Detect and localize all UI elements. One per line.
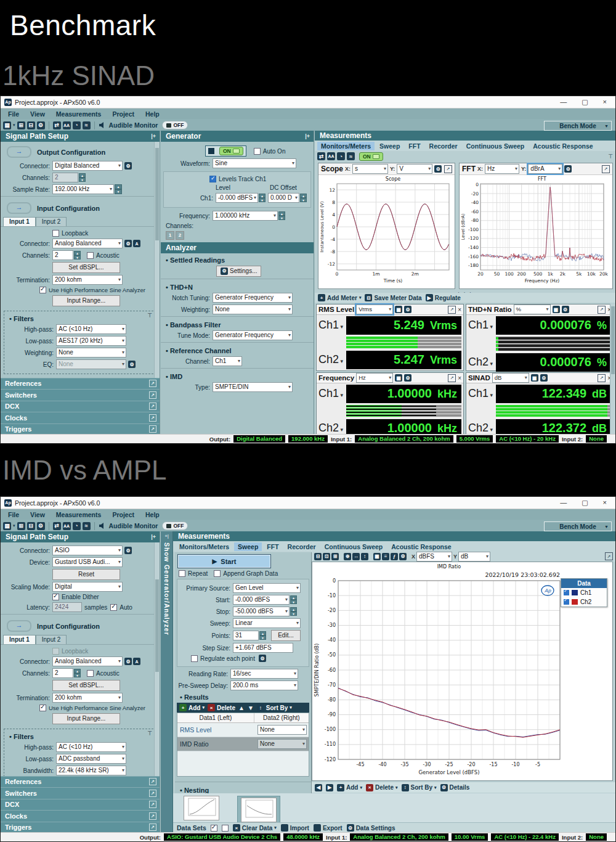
- monitor-icon[interactable]: ◔: [73, 121, 81, 129]
- output-channels-spinner[interactable]: ▲▼: [79, 173, 86, 182]
- sweep-stop-select[interactable]: -50.000 dBFS: [233, 607, 290, 616]
- scope-popout-icon[interactable]: ↗: [444, 165, 452, 173]
- highpass-select[interactable]: AC (<10 Hz): [56, 324, 126, 334]
- save-meter-data-button[interactable]: ⊟Save Meter Data: [365, 294, 421, 301]
- first-point-icon[interactable]: ◀: [315, 784, 322, 791]
- sort-by-button[interactable]: ↕Sort By▾: [257, 704, 292, 711]
- input-range-button[interactable]: Input Range...: [52, 295, 120, 306]
- results-add-button[interactable]: +Add▾: [179, 704, 205, 711]
- section-references[interactable]: References↗: [1, 378, 160, 390]
- thdn-weighting-select[interactable]: None: [213, 305, 293, 314]
- add-meter-button[interactable]: +Add Meter▾: [318, 294, 361, 301]
- tune-mode-select[interactable]: Generator Frequency: [213, 330, 293, 340]
- menu-help[interactable]: Help: [145, 110, 160, 118]
- signal-path-icon[interactable]: ⇄: [53, 522, 61, 530]
- graph-y-unit-select[interactable]: dB: [458, 552, 490, 562]
- export-button[interactable]: Export: [314, 824, 342, 832]
- menu-project[interactable]: Project: [112, 110, 134, 118]
- tab-input2[interactable]: Input 2: [36, 217, 67, 226]
- edit-points-button[interactable]: Edit...: [271, 630, 301, 641]
- pin-icon[interactable]: ⊤: [608, 153, 613, 160]
- result-row-rms-level[interactable]: RMS LevelNone: [177, 723, 309, 737]
- tab-acoustic-response[interactable]: Acoustic Response: [529, 142, 596, 150]
- input-range-button[interactable]: Input Range...: [52, 713, 120, 724]
- lowpass-select[interactable]: AES17 (20 kHz): [56, 336, 126, 346]
- menu-help[interactable]: Help: [145, 511, 160, 518]
- input-channels-spinner[interactable]: ▲▼: [74, 251, 81, 260]
- termination-select[interactable]: 200 kohm: [52, 693, 123, 703]
- meter-close-icon[interactable]: ×: [458, 375, 461, 382]
- sweep-start-spinner[interactable]: ▲▼: [290, 595, 297, 604]
- tab-acoustic-response[interactable]: Acoustic Response: [387, 542, 455, 551]
- sweep-icon[interactable]: ≈: [83, 121, 91, 129]
- save-icon[interactable]: ⊟: [27, 121, 35, 129]
- weighting-select[interactable]: None: [56, 348, 126, 358]
- highpass-select[interactable]: AC (<10 Hz): [56, 742, 126, 752]
- gen-ch1-button[interactable]: 1: [166, 231, 174, 240]
- settings-icon[interactable]: ⚙: [37, 121, 45, 129]
- menu-view[interactable]: View: [30, 511, 45, 518]
- ch2-label[interactable]: Ch2: [318, 353, 346, 366]
- auto-on-checkbox[interactable]: [254, 148, 261, 155]
- minimize-button[interactable]: —: [560, 497, 567, 509]
- append-graph-checkbox[interactable]: [214, 570, 221, 577]
- meter-style-icon[interactable]: ▦: [395, 306, 402, 313]
- waveform-select[interactable]: Sine: [213, 158, 296, 168]
- eq-select[interactable]: None: [56, 359, 126, 369]
- tab-recorder[interactable]: Recorder: [284, 542, 320, 551]
- input-channels-input[interactable]: 2: [52, 250, 73, 260]
- meters-icon[interactable]: AA: [327, 152, 335, 160]
- monitor-icon[interactable]: ◔: [337, 152, 345, 160]
- latency-input[interactable]: 2424: [52, 602, 82, 612]
- gen-ch2-button[interactable]: 2: [176, 231, 184, 240]
- thdn-unit-select[interactable]: %: [514, 305, 551, 314]
- presweep-delay-select[interactable]: 200.0 ms: [230, 681, 298, 690]
- fft-popout-icon[interactable]: ↗: [602, 165, 610, 173]
- meter-settings-icon[interactable]: ⚙: [562, 306, 569, 313]
- tab-input2[interactable]: Input 2: [36, 635, 67, 644]
- open-icon[interactable]: ⊞: [17, 121, 25, 129]
- device-select[interactable]: Gustard USB Audi...: [52, 557, 123, 567]
- dataset1-checkbox[interactable]: [211, 825, 217, 832]
- reading-rate-select[interactable]: 16/sec: [230, 669, 298, 679]
- save-icon[interactable]: ⊟: [27, 522, 35, 530]
- meter-style-icon[interactable]: ▦: [531, 374, 538, 382]
- input-gain-icon[interactable]: A: [133, 240, 140, 247]
- meter-close-icon[interactable]: ×: [458, 306, 461, 313]
- termination-select[interactable]: 200 kohm: [52, 275, 123, 285]
- imd-type-select[interactable]: SMPTE/DIN: [213, 382, 293, 392]
- delete-result-button[interactable]: ×Delete▾: [366, 784, 398, 791]
- imd-data2-select[interactable]: None: [257, 739, 307, 749]
- zoom-icon[interactable]: ⊕: [344, 553, 351, 560]
- meter-settings-icon[interactable]: ⚙: [404, 306, 411, 313]
- frequency-spinner[interactable]: ▲▼: [278, 211, 285, 220]
- ch1-label[interactable]: Ch1: [318, 319, 346, 332]
- maximize-button[interactable]: ▢: [582, 96, 588, 108]
- step-size-input[interactable]: +1.667 dBFS: [233, 643, 293, 653]
- set-dbspl-button[interactable]: Set dBSPL...: [52, 680, 120, 691]
- titlebar[interactable]: Ap Project.approjx - APx500 v6.0 — ▢ ×: [1, 497, 615, 509]
- lowpass-select[interactable]: ADC passband: [56, 754, 126, 764]
- meter-popout-icon[interactable]: ↗: [448, 374, 456, 382]
- meters-icon[interactable]: AA: [63, 121, 71, 129]
- dc-offset-select[interactable]: 0.000 D: [268, 193, 299, 203]
- latency-auto-checkbox[interactable]: [110, 604, 117, 611]
- left-scrollbar[interactable]: [154, 142, 160, 378]
- scaling-mode-select[interactable]: Digital: [52, 582, 123, 592]
- graph-popout-icon[interactable]: ↗: [605, 552, 613, 560]
- legend-ch1[interactable]: Ch1: [561, 588, 607, 597]
- ch1-visible-checkbox[interactable]: [564, 590, 569, 595]
- open-icon[interactable]: ⊞: [17, 522, 25, 530]
- data-settings-button[interactable]: ⚙Data Settings: [347, 824, 395, 832]
- tab-input1[interactable]: Input 1: [3, 217, 36, 226]
- new-icon[interactable]: ▤: [3, 121, 11, 129]
- generator-header[interactable]: Generator|+: [161, 131, 314, 142]
- sort-by-button[interactable]: ↕Sort By▾: [402, 784, 437, 791]
- output-channels-input[interactable]: 2: [52, 173, 78, 182]
- scope-settings-icon[interactable]: ⚙: [434, 165, 442, 173]
- section-switchers[interactable]: Switchers↗: [1, 389, 160, 401]
- table-icon[interactable]: ≡: [382, 553, 389, 560]
- new-icon[interactable]: ▤: [3, 522, 11, 530]
- add-result-button[interactable]: +Add▾: [337, 784, 362, 791]
- popout-icon[interactable]: ↗: [149, 425, 156, 433]
